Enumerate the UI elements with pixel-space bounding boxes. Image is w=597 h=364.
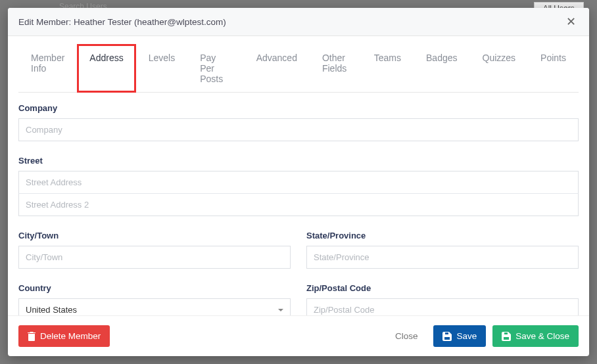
state-group: State/Province: [306, 231, 579, 269]
tab-pay-per-posts[interactable]: Pay Per Posts: [187, 44, 243, 93]
delete-member-button[interactable]: Delete Member: [18, 325, 110, 347]
tab-badges[interactable]: Badges: [414, 44, 469, 93]
country-group: Country United States: [18, 283, 291, 315]
save-close-button[interactable]: Save & Close: [492, 325, 579, 347]
state-input[interactable]: [306, 246, 579, 269]
street-address-1-input[interactable]: [18, 171, 579, 194]
country-select[interactable]: United States: [18, 298, 291, 315]
edit-member-modal: Edit Member: Heather Tester (heather@wlp…: [8, 8, 589, 356]
zip-group: Zip/Postal Code: [306, 283, 579, 315]
state-label: State/Province: [306, 231, 579, 240]
tab-address[interactable]: Address: [77, 44, 135, 93]
modal-body: Member Info Address Levels Pay Per Posts…: [8, 36, 589, 315]
modal-title: Edit Member: Heather Tester (heather@wlp…: [18, 17, 226, 27]
country-label: Country: [18, 283, 291, 293]
modal-header: Edit Member: Heather Tester (heather@wlp…: [8, 8, 589, 36]
country-zip-row: Country United States Zip/Postal Code: [18, 283, 579, 315]
company-group: Company: [18, 103, 579, 141]
tab-teams[interactable]: Teams: [362, 44, 414, 93]
chevron-down-icon: [278, 309, 283, 311]
save-icon: [442, 332, 452, 341]
close-button[interactable]: Close: [386, 325, 427, 347]
save-label: Save: [456, 331, 477, 341]
trash-icon: [28, 332, 36, 341]
tab-advanced[interactable]: Advanced: [244, 44, 310, 93]
zip-label: Zip/Postal Code: [306, 283, 579, 293]
country-selected-value: United States: [26, 305, 77, 315]
tabs: Member Info Address Levels Pay Per Posts…: [18, 44, 579, 93]
company-label: Company: [18, 103, 579, 113]
street-label: Street: [18, 156, 579, 166]
city-group: City/Town: [18, 231, 291, 269]
city-input[interactable]: [18, 246, 291, 269]
tab-other-fields[interactable]: Other Fields: [310, 44, 362, 93]
company-input[interactable]: [18, 118, 579, 141]
delete-member-label: Delete Member: [40, 331, 101, 341]
footer-right: Close Save Save & Close: [386, 325, 579, 347]
close-icon[interactable]: ✕: [563, 14, 579, 29]
tab-levels[interactable]: Levels: [136, 44, 187, 93]
street-address-2-input[interactable]: [18, 193, 579, 216]
tab-member-info[interactable]: Member Info: [18, 44, 77, 93]
tab-points[interactable]: Points: [528, 44, 579, 93]
modal-footer: Delete Member Close Save Save & Close: [8, 315, 589, 356]
save-button[interactable]: Save: [433, 325, 486, 347]
tab-quizzes[interactable]: Quizzes: [470, 44, 529, 93]
save-close-icon: [502, 332, 511, 341]
zip-input[interactable]: [306, 298, 579, 315]
street-group: Street: [18, 156, 579, 216]
save-close-label: Save & Close: [515, 331, 569, 341]
city-state-row: City/Town State/Province: [18, 231, 579, 283]
city-label: City/Town: [18, 231, 291, 240]
